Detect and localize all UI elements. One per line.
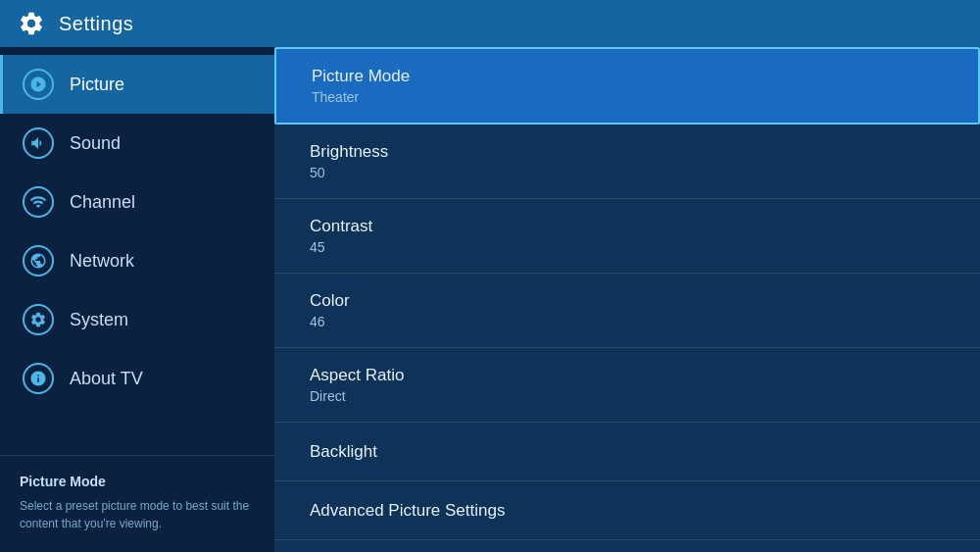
sidebar-label-about-tv: About TV: [70, 369, 143, 389]
aspect-ratio-title: Aspect Ratio: [310, 366, 945, 385]
header-title: Settings: [59, 13, 133, 35]
picture-icon: [23, 69, 54, 100]
sidebar-label-sound: Sound: [70, 133, 121, 154]
settings-item-contrast[interactable]: Contrast 45: [274, 199, 980, 274]
header: Settings: [0, 0, 980, 47]
picture-mode-value: Theater: [312, 89, 943, 105]
aspect-ratio-value: Direct: [310, 388, 945, 404]
settings-item-restore-defaults[interactable]: Restore Defaults: [274, 540, 980, 552]
sidebar-item-picture[interactable]: Picture: [0, 55, 274, 114]
settings-item-color[interactable]: Color 46: [274, 274, 980, 348]
picture-mode-title: Picture Mode: [312, 67, 943, 86]
settings-list: Picture Mode Theater Brightness 50 Contr…: [274, 47, 980, 552]
sidebar-item-channel[interactable]: Channel: [0, 173, 274, 231]
main-layout: Picture Sound Channel: [0, 47, 980, 552]
sidebar-label-system: System: [70, 310, 128, 330]
backlight-title: Backlight: [310, 442, 945, 462]
contrast-title: Contrast: [310, 217, 945, 236]
sound-icon: [23, 127, 54, 159]
sidebar-label-network: Network: [70, 251, 134, 272]
brightness-title: Brightness: [310, 142, 945, 162]
sidebar-item-system[interactable]: System: [0, 290, 274, 349]
channel-icon: [23, 186, 54, 218]
sidebar-item-sound[interactable]: Sound: [0, 114, 274, 173]
footer-title: Picture Mode: [20, 474, 255, 489]
sidebar-item-network[interactable]: Network: [0, 231, 274, 290]
gear-icon: [18, 10, 45, 37]
sidebar: Picture Sound Channel: [0, 47, 274, 552]
color-value: 46: [310, 314, 945, 329]
system-icon: [23, 304, 54, 335]
sidebar-label-channel: Channel: [70, 192, 135, 213]
settings-item-brightness[interactable]: Brightness 50: [274, 125, 980, 199]
sidebar-footer: Picture Mode Select a preset picture mod…: [0, 455, 274, 552]
about-tv-icon: [23, 363, 54, 394]
settings-item-advanced-picture[interactable]: Advanced Picture Settings: [274, 481, 980, 540]
content-area: Picture Mode Theater Brightness 50 Contr…: [274, 47, 980, 552]
advanced-picture-title: Advanced Picture Settings: [310, 501, 945, 521]
sidebar-label-picture: Picture: [70, 75, 124, 95]
settings-item-picture-mode[interactable]: Picture Mode Theater: [274, 47, 980, 125]
settings-item-aspect-ratio[interactable]: Aspect Ratio Direct: [274, 348, 980, 423]
contrast-value: 45: [310, 239, 945, 255]
color-title: Color: [310, 291, 945, 311]
sidebar-item-about-tv[interactable]: About TV: [0, 349, 274, 408]
network-icon: [23, 245, 54, 276]
footer-description: Select a preset picture mode to best sui…: [20, 497, 255, 532]
settings-item-backlight[interactable]: Backlight: [274, 423, 980, 481]
brightness-value: 50: [310, 165, 945, 180]
